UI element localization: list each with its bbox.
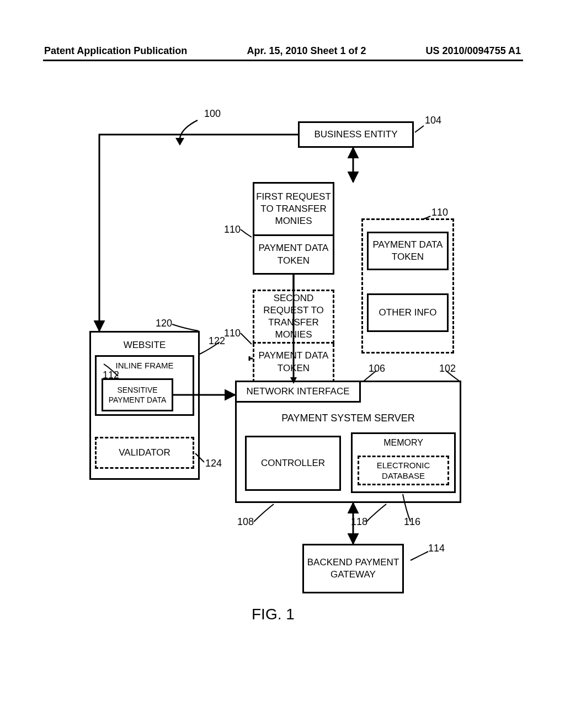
first-request-box: FIRST REQUEST TO TRANSFER MONIES: [253, 182, 334, 236]
ref-100: 100: [204, 108, 221, 120]
ref-102: 102: [439, 363, 456, 374]
controller-label: CONTROLLER: [261, 457, 325, 469]
network-interface-box: NETWORK INTERFACE: [235, 381, 361, 403]
memory-label: MEMORY: [383, 437, 423, 449]
payment-server-label: PAYMENT SYSTEM SERVER: [235, 413, 461, 424]
sensitive-payment-label: SENSITIVE PAYMENT DATA: [103, 385, 172, 405]
network-interface-label: NETWORK INTERFACE: [246, 386, 349, 398]
website-label: WEBSITE: [124, 339, 166, 351]
ref-124: 124: [205, 458, 222, 469]
inline-frame-label: INLINE FRAME: [115, 360, 173, 371]
business-entity-label: BUSINESS ENTITY: [314, 129, 397, 141]
other-info-label: OTHER INFO: [379, 307, 437, 319]
header-right: US 2010/0094755 A1: [426, 45, 521, 57]
payment-token-box-a: PAYMENT DATA TOKEN: [253, 236, 334, 275]
payment-token-label-b: PAYMENT DATA TOKEN: [254, 350, 333, 374]
sensitive-payment-box: SENSITIVE PAYMENT DATA: [102, 378, 173, 411]
ref-118: 118: [351, 516, 367, 528]
payment-token-label-c: PAYMENT DATA TOKEN: [369, 239, 447, 263]
header-rule: [43, 60, 523, 61]
ref-108: 108: [237, 516, 254, 528]
ref-110b: 110: [431, 207, 448, 218]
payment-token-box-b: PAYMENT DATA TOKEN: [253, 344, 334, 382]
backend-gateway-box: BACKEND PAYMENT GATEWAY: [302, 544, 404, 593]
ref-110a: 110: [224, 224, 241, 235]
second-request-box: SECOND REQUEST TO TRANSFER MONIES: [253, 290, 334, 344]
second-request-label: SECOND REQUEST TO TRANSFER MONIES: [254, 292, 333, 341]
payment-token-label-a: PAYMENT DATA TOKEN: [254, 242, 333, 266]
electronic-database-label: ELECTRONIC DATABASE: [359, 460, 447, 481]
ref-104: 104: [425, 115, 441, 126]
business-entity-box: BUSINESS ENTITY: [298, 121, 414, 148]
ref-112: 112: [103, 370, 119, 381]
electronic-database-box: ELECTRONIC DATABASE: [358, 456, 449, 485]
other-info-box: OTHER INFO: [367, 293, 449, 332]
first-request-label: FIRST REQUEST TO TRANSFER MONIES: [254, 191, 333, 227]
svg-marker-0: [175, 138, 184, 146]
validator-label: VALIDATOR: [119, 447, 170, 459]
figure-caption: FIG. 1: [252, 606, 295, 623]
page-header: Patent Application Publication Apr. 15, …: [0, 45, 565, 57]
backend-gateway-label: BACKEND PAYMENT GATEWAY: [304, 556, 402, 581]
controller-box: CONTROLLER: [245, 436, 341, 491]
validator-box: VALIDATOR: [95, 437, 194, 469]
ref-110c: 110: [224, 328, 241, 339]
ref-122: 122: [209, 335, 225, 347]
ref-106: 106: [369, 363, 385, 374]
header-center: Apr. 15, 2010 Sheet 1 of 2: [247, 45, 366, 57]
ref-116: 116: [404, 516, 420, 528]
payment-token-box-c: PAYMENT DATA TOKEN: [367, 232, 449, 270]
header-left: Patent Application Publication: [44, 45, 187, 57]
ref-120: 120: [156, 318, 172, 329]
ref-114: 114: [428, 543, 445, 554]
